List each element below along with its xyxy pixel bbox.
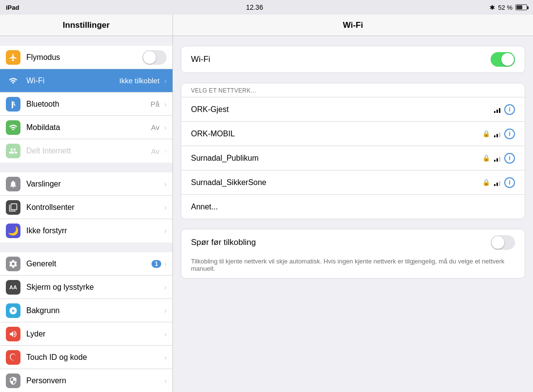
sidebar-item-mobildata[interactable]: Mobildata Av › (0, 116, 172, 139)
flymodus-icon (6, 50, 20, 65)
sidebar-group-connectivity: Flymodus Wi-Fi Ikke tilkoblet › Bluetoot… (0, 46, 172, 163)
info-btn-surnadal-sikkersone[interactable]: i (504, 177, 515, 188)
bakgrunn-label: Bakgrunn (26, 306, 162, 315)
kontrollsenter-icon (6, 200, 20, 215)
ask-description: Tilkobling til kjente nettverk vil skje … (181, 256, 525, 278)
network-icons-ork-mobil: 🔒 i (482, 129, 515, 139)
wifi-toggle-card: Wi-Fi (181, 46, 525, 73)
mobildata-value: Av (151, 123, 159, 131)
lyder-icon (6, 327, 20, 341)
network-item-surnadal-publikum[interactable]: Surnadal_Publikum 🔒 i (181, 146, 525, 170)
varslinger-chevron: › (164, 180, 167, 188)
lock-icon-ork-mobil: 🔒 (482, 130, 490, 137)
main-layout: Flymodus Wi-Fi Ikke tilkoblet › Bluetoot… (0, 36, 533, 392)
network-icons-surnadal-publikum: 🔒 i (482, 153, 515, 164)
sidebar-item-bluetooth[interactable]: Bluetooth På › (0, 93, 172, 116)
ask-toggle[interactable] (491, 235, 515, 250)
info-btn-surnadal-publikum[interactable]: i (504, 153, 515, 164)
wifi-toggle-switch[interactable] (491, 52, 515, 67)
ask-row: Spør før tilkobling (181, 229, 525, 256)
sidebar-item-delt-internett[interactable]: Delt Internett Av › (0, 139, 172, 163)
sidebar-item-wifi[interactable]: Wi-Fi Ikke tilkoblet › (0, 69, 172, 93)
ikke-forstyrr-icon: 🌙 (6, 224, 20, 238)
skjerm-icon: AA (6, 280, 20, 295)
kontrollsenter-chevron: › (164, 204, 167, 211)
delt-internett-value: Av (151, 147, 159, 155)
bluetooth-chevron: › (164, 100, 167, 108)
generelt-chevron: › (164, 260, 167, 268)
sidebar-item-generelt[interactable]: Generelt 1 › (0, 252, 172, 276)
varslinger-icon (6, 177, 20, 191)
network-name-annet: Annet... (191, 203, 515, 211)
sidebar-group-notifications: Varslinger › Kontrollsenter › 🌙 Ikke for… (0, 172, 172, 243)
wifi-value: Ikke tilkoblet (119, 76, 160, 85)
content-area: Wi-Fi VELG ET NETTVERK... ORK-Gjest i (173, 36, 533, 392)
kontrollsenter-label: Kontrollsenter (26, 203, 162, 212)
lyder-chevron: › (164, 330, 167, 338)
sidebar-item-kontrollsenter[interactable]: Kontrollsenter › (0, 196, 172, 219)
sidebar-item-ikke-forstyrr[interactable]: 🌙 Ikke forstyrr › (0, 219, 172, 243)
network-name-surnadal-publikum: Surnadal_Publikum (191, 154, 482, 163)
lock-icon-surnadal-sikkersone: 🔒 (482, 179, 490, 186)
sidebar-item-skjerm[interactable]: AA Skjerm og lysstyrke › (0, 276, 172, 299)
wifi-toggle-row: Wi-Fi (181, 46, 525, 73)
sidebar-item-flymodus[interactable]: Flymodus (0, 46, 172, 69)
generelt-badge: 1 (152, 260, 162, 268)
sidebar-item-touch-id[interactable]: Touch ID og kode › (0, 346, 172, 369)
mobildata-icon (6, 120, 20, 135)
wifi-toggle-label: Wi-Fi (191, 55, 491, 64)
mobildata-label: Mobildata (26, 123, 151, 132)
flymodus-toggle[interactable] (142, 50, 167, 65)
varslinger-label: Varslinger (26, 180, 162, 188)
wifi-signal-ork-gjest (494, 106, 500, 113)
bluetooth-icon (6, 97, 20, 112)
sidebar-group-system: Generelt 1 › AA Skjerm og lysstyrke › Ba… (0, 252, 172, 392)
network-item-ork-gjest[interactable]: ORK-Gjest i (181, 97, 525, 121)
wifi-signal-surnadal-sikkersone (494, 179, 500, 186)
bluetooth-icon: ✱ (490, 4, 495, 11)
network-list: ORK-Gjest i ORK-MOBIL 🔒 (181, 97, 525, 219)
network-icons-ork-gjest: i (494, 104, 515, 115)
network-item-annet[interactable]: Annet... (181, 194, 525, 219)
info-btn-ork-gjest[interactable]: i (504, 104, 515, 115)
sidebar-item-personvern[interactable]: Personvern › (0, 369, 172, 392)
bakgrunn-chevron: › (164, 307, 167, 315)
touch-id-chevron: › (164, 354, 167, 361)
sidebar-item-varslinger[interactable]: Varslinger › (0, 172, 172, 196)
battery-icon (515, 4, 527, 10)
network-item-surnadal-sikkersone[interactable]: Surnadal_SikkerSone 🔒 i (181, 170, 525, 194)
network-icons-surnadal-sikkersone: 🔒 i (482, 177, 515, 188)
mobildata-chevron: › (164, 124, 167, 131)
time-label: 12.36 (246, 3, 263, 11)
wifi-signal-ork-mobil (494, 131, 500, 137)
lyder-label: Lyder (26, 330, 162, 338)
touch-id-icon (6, 350, 20, 365)
ask-card: Spør før tilkobling Tilkobling til kjent… (181, 229, 525, 279)
flymodus-label: Flymodus (26, 53, 142, 62)
sidebar-item-bakgrunn[interactable]: Bakgrunn › (0, 299, 172, 322)
network-item-ork-mobil[interactable]: ORK-MOBIL 🔒 i (181, 121, 525, 146)
networks-section-label: VELG ET NETTVERK... (181, 83, 525, 97)
bluetooth-value: På (151, 100, 159, 108)
battery-percent: 52 % (498, 4, 513, 11)
bakgrunn-icon (6, 303, 20, 318)
delt-internett-icon (6, 144, 20, 158)
generelt-label: Generelt (26, 260, 152, 268)
sidebar-item-lyder[interactable]: Lyder › (0, 322, 172, 346)
ask-label: Spør før tilkobling (191, 238, 491, 247)
generelt-icon (6, 257, 20, 271)
wifi-label: Wi-Fi (26, 76, 119, 85)
personvern-chevron: › (164, 377, 167, 385)
header-wifi-title: Wi-Fi (173, 15, 533, 36)
network-name-ork-mobil: ORK-MOBIL (191, 130, 482, 138)
status-bar: iPad 12.36 ✱ 52 % (0, 0, 533, 15)
touch-id-label: Touch ID og kode (26, 353, 162, 362)
network-name-surnadal-sikkersone: Surnadal_SikkerSone (191, 178, 482, 187)
header: Innstillinger Wi-Fi (0, 15, 533, 36)
info-btn-ork-mobil[interactable]: i (504, 129, 515, 139)
delt-internett-chevron: › (164, 147, 167, 155)
networks-card: VELG ET NETTVERK... ORK-Gjest i ORK-MOBI… (181, 83, 525, 219)
personvern-label: Personvern (26, 376, 162, 385)
wifi-signal-surnadal-publikum (494, 155, 500, 162)
ikke-forstyrr-label: Ikke forstyrr (26, 226, 162, 235)
